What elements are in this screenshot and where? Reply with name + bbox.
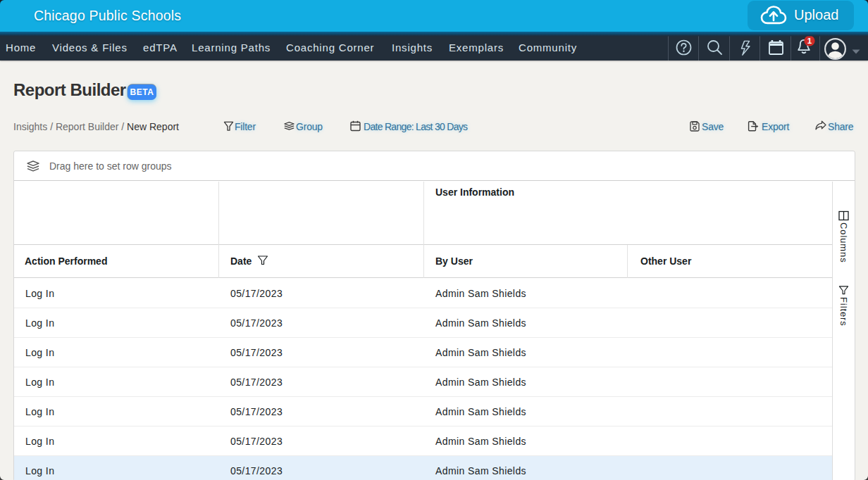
svg-text:1: 1 bbox=[807, 37, 812, 45]
